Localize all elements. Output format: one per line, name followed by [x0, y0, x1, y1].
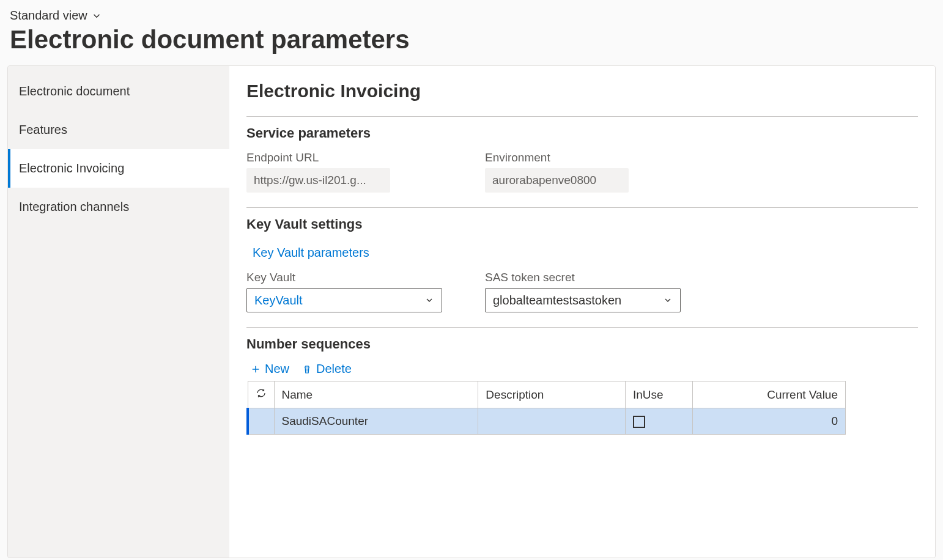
- chevron-down-icon: [663, 295, 673, 305]
- service-field-row: Endpoint URL Environment: [246, 151, 918, 193]
- chevron-down-icon: [91, 10, 102, 21]
- trash-icon: [301, 364, 312, 375]
- section-title-numberseq: Number sequences: [246, 336, 918, 352]
- section-service-parameters: Service parameters Endpoint URL Environm…: [246, 116, 918, 193]
- sidebar-item-electronic-document[interactable]: Electronic document: [8, 72, 229, 111]
- checkbox-icon[interactable]: [633, 416, 645, 428]
- key-vault-select[interactable]: KeyVault: [246, 288, 442, 312]
- new-button[interactable]: New: [250, 362, 289, 376]
- endpoint-url-label: Endpoint URL: [246, 151, 448, 164]
- col-inuse[interactable]: InUse: [626, 381, 693, 408]
- sidebar-item-features[interactable]: Features: [8, 111, 229, 149]
- view-selector[interactable]: Standard view: [10, 9, 102, 23]
- content-title: Electronic Invoicing: [246, 81, 918, 101]
- content-pane: Electronic Invoicing Service parameters …: [229, 66, 935, 558]
- number-sequences-table: Name Description InUse Current Value Sau…: [246, 381, 846, 435]
- environment-label: Environment: [485, 151, 687, 164]
- sas-token-label: SAS token secret: [485, 271, 687, 284]
- numberseq-toolbar: New Delete: [250, 362, 918, 376]
- cell-inuse[interactable]: [626, 408, 693, 435]
- sidebar-item-electronic-invoicing[interactable]: Electronic Invoicing: [8, 149, 229, 188]
- key-vault-parameters-link[interactable]: Key Vault parameters: [253, 246, 369, 260]
- cell-name[interactable]: SaudiSACounter: [274, 408, 478, 435]
- plus-icon: [250, 364, 261, 375]
- table-header-row: Name Description InUse Current Value: [248, 381, 846, 408]
- row-selector-cell[interactable]: [248, 408, 274, 435]
- environment-field: Environment: [485, 151, 687, 193]
- col-current[interactable]: Current Value: [693, 381, 846, 408]
- delete-button[interactable]: Delete: [301, 362, 352, 376]
- col-name[interactable]: Name: [274, 381, 478, 408]
- sidebar-item-integration-channels[interactable]: Integration channels: [8, 188, 229, 226]
- key-vault-field: Key Vault KeyVault: [246, 271, 448, 312]
- cell-description[interactable]: [478, 408, 626, 435]
- main-area: Electronic document Features Electronic …: [7, 65, 936, 558]
- section-key-vault: Key Vault settings Key Vault parameters …: [246, 207, 918, 312]
- sas-token-value: globalteamtestsastoken: [493, 293, 621, 308]
- section-title-keyvault: Key Vault settings: [246, 216, 918, 232]
- section-number-sequences: Number sequences New Delete: [246, 327, 918, 435]
- endpoint-url-field: Endpoint URL: [246, 151, 448, 193]
- key-vault-label: Key Vault: [246, 271, 448, 284]
- delete-button-label: Delete: [316, 362, 352, 376]
- page-title: Electronic document parameters: [10, 25, 933, 54]
- table-row[interactable]: SaudiSACounter 0: [248, 408, 846, 435]
- cell-current[interactable]: 0: [693, 408, 846, 435]
- view-label: Standard view: [10, 9, 87, 23]
- environment-input[interactable]: [485, 168, 629, 193]
- sas-token-field: SAS token secret globalteamtestsastoken: [485, 271, 687, 312]
- sidebar-item-label: Integration channels: [19, 200, 129, 213]
- refresh-icon: [256, 388, 267, 399]
- sidebar: Electronic document Features Electronic …: [8, 66, 229, 558]
- refresh-header[interactable]: [248, 381, 274, 408]
- chevron-down-icon: [424, 295, 434, 305]
- sidebar-item-label: Electronic document: [19, 84, 130, 98]
- endpoint-url-input[interactable]: [246, 168, 390, 193]
- keyvault-field-row: Key Vault KeyVault SAS token secret glob…: [246, 271, 918, 312]
- new-button-label: New: [265, 362, 289, 376]
- sidebar-item-label: Features: [19, 123, 67, 136]
- section-title-service: Service parameters: [246, 125, 918, 141]
- page-header: Standard view Electronic document parame…: [0, 0, 943, 59]
- key-vault-value: KeyVault: [254, 293, 303, 308]
- col-description[interactable]: Description: [478, 381, 626, 408]
- sas-token-select[interactable]: globalteamtestsastoken: [485, 288, 681, 312]
- sidebar-item-label: Electronic Invoicing: [19, 161, 124, 175]
